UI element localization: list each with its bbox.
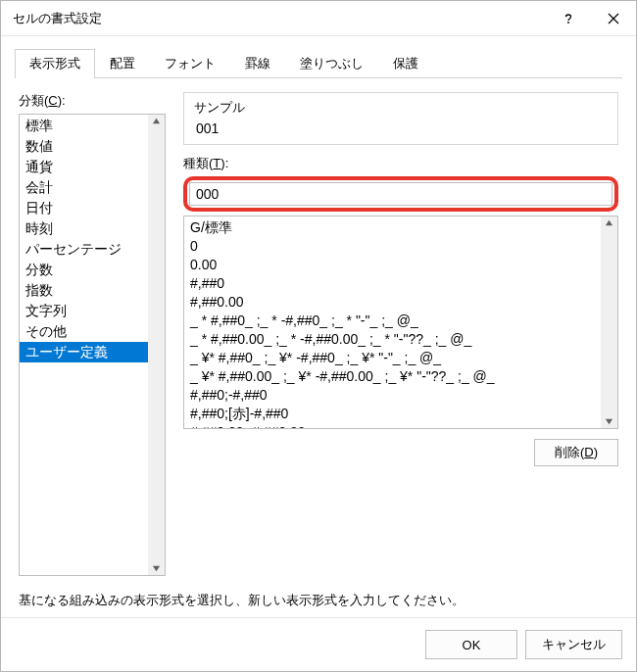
sample-label: サンプル — [194, 99, 608, 117]
category-label: 分類(C): — [19, 92, 166, 110]
delete-button-prefix: 削除( — [555, 445, 584, 459]
sample-box: サンプル 001 — [183, 92, 618, 145]
scroll-down-icon — [152, 564, 161, 573]
delete-row: 削除(D) — [183, 439, 618, 466]
category-item[interactable]: パーセンテージ — [20, 239, 148, 260]
category-item[interactable]: 日付 — [20, 198, 148, 218]
tab-panel-number: 分類(C): 標準数値通貨会計日付時刻パーセンテージ分数指数文字列その他ユーザー… — [1, 78, 636, 617]
type-input[interactable] — [189, 182, 612, 206]
category-item[interactable]: 文字列 — [20, 301, 148, 321]
category-item[interactable]: 指数 — [20, 280, 148, 301]
format-item[interactable]: #,##0;-#,##0 — [184, 386, 601, 405]
format-item[interactable]: G/標準 — [184, 218, 601, 237]
tab-2[interactable]: フォント — [150, 49, 230, 78]
category-label-hotkey: C — [48, 93, 57, 108]
sample-value: 001 — [194, 120, 608, 136]
category-listbox[interactable]: 標準数値通貨会計日付時刻パーセンテージ分数指数文字列その他ユーザー定義 — [19, 114, 166, 576]
format-item[interactable]: #,##0.00 — [184, 293, 601, 312]
tab-1[interactable]: 配置 — [95, 49, 150, 78]
close-icon — [608, 13, 619, 24]
detail-column: サンプル 001 種類(T): G/標準00.00#,##0#,##0.00_ … — [183, 92, 618, 576]
type-label-prefix: 種類( — [183, 156, 213, 170]
format-item[interactable]: #,##0 — [184, 274, 601, 293]
category-item[interactable]: 通貨 — [20, 157, 148, 177]
category-item[interactable]: その他 — [20, 321, 148, 342]
format-item[interactable]: _ * #,##0.00_ ;_ * -#,##0.00_ ;_ * "-"??… — [184, 330, 601, 349]
type-label-suffix: ): — [220, 156, 228, 170]
format-listbox[interactable]: G/標準00.00#,##0#,##0.00_ * #,##0_ ;_ * -#… — [183, 216, 618, 429]
tab-5[interactable]: 保護 — [378, 49, 433, 78]
format-item[interactable]: 0.00 — [184, 256, 601, 274]
format-cells-dialog: セルの書式設定 表示形式配置フォント罫線塗りつぶし保護 分類(C): 標準数値通… — [0, 0, 637, 672]
scroll-down-icon — [605, 417, 613, 426]
tab-3[interactable]: 罫線 — [230, 49, 285, 78]
svg-point-0 — [567, 22, 569, 24]
tab-4[interactable]: 塗りつぶし — [285, 49, 378, 78]
help-button[interactable] — [546, 1, 591, 36]
format-list-inner: G/標準00.00#,##0#,##0.00_ * #,##0_ ;_ * -#… — [184, 216, 601, 428]
category-column: 分類(C): 標準数値通貨会計日付時刻パーセンテージ分数指数文字列その他ユーザー… — [19, 92, 166, 576]
category-item[interactable]: 会計 — [20, 177, 148, 198]
category-list-inner: 標準数値通貨会計日付時刻パーセンテージ分数指数文字列その他ユーザー定義 — [20, 115, 148, 575]
panel-columns: 分類(C): 標準数値通貨会計日付時刻パーセンテージ分数指数文字列その他ユーザー… — [19, 92, 618, 576]
format-scrollbar[interactable] — [601, 216, 617, 428]
format-item[interactable]: 0 — [184, 237, 601, 256]
delete-button-hotkey: D — [584, 445, 593, 459]
dialog-button-bar: OK キャンセル — [1, 617, 636, 671]
format-item[interactable]: _ ¥* #,##0_ ;_ ¥* -#,##0_ ;_ ¥* "-"_ ;_ … — [184, 349, 601, 367]
dialog-title: セルの書式設定 — [13, 10, 546, 27]
type-label: 種類(T): — [183, 155, 618, 172]
category-item[interactable]: 時刻 — [20, 218, 148, 239]
cancel-button[interactable]: キャンセル — [525, 630, 622, 659]
category-label-prefix: 分類( — [19, 93, 48, 108]
delete-button[interactable]: 削除(D) — [534, 439, 618, 466]
format-item[interactable]: _ ¥* #,##0.00_ ;_ ¥* -#,##0.00_ ;_ ¥* "-… — [184, 367, 601, 386]
category-item[interactable]: 標準 — [20, 116, 148, 136]
delete-button-suffix: ) — [594, 445, 598, 459]
help-icon — [563, 13, 574, 24]
format-item[interactable]: #,##0.00;-#,##0.00 — [184, 423, 601, 428]
scroll-up-icon — [152, 117, 161, 125]
category-scrollbar[interactable] — [148, 115, 165, 575]
scroll-up-icon — [605, 218, 613, 227]
category-label-suffix: ): — [58, 93, 66, 108]
tab-0[interactable]: 表示形式 — [15, 49, 95, 78]
format-item[interactable]: _ * #,##0_ ;_ * -#,##0_ ;_ * "-"_ ;_ @_ — [184, 312, 601, 330]
format-item[interactable]: #,##0;[赤]-#,##0 — [184, 405, 601, 423]
category-item[interactable]: ユーザー定義 — [20, 342, 148, 362]
type-input-highlight — [183, 176, 618, 212]
category-item[interactable]: 数値 — [20, 136, 148, 157]
hint-text: 基になる組み込みの表示形式を選択し、新しい表示形式を入力してください。 — [19, 592, 618, 609]
close-button[interactable] — [591, 1, 636, 36]
titlebar: セルの書式設定 — [1, 1, 636, 36]
ok-button[interactable]: OK — [425, 630, 517, 659]
tabs: 表示形式配置フォント罫線塗りつぶし保護 — [1, 36, 636, 77]
category-item[interactable]: 分数 — [20, 260, 148, 280]
